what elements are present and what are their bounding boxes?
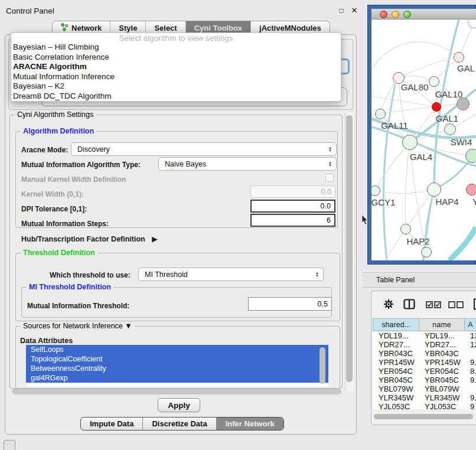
mi-threshold-group-title: MI Threshold Definition <box>27 283 113 291</box>
attribute-list-item[interactable]: TopologicalCoefficient <box>26 354 328 364</box>
table-cell[interactable] <box>464 384 476 393</box>
table-cell[interactable]: YBR045C <box>419 376 464 384</box>
threshold-definition-title: Threshold Definition <box>21 249 97 257</box>
table-cell[interactable] <box>464 349 476 358</box>
network-node-hap2[interactable] <box>400 224 411 234</box>
network-node-gal11[interactable] <box>375 109 386 119</box>
tab-impute-data[interactable]: Impute Data <box>81 418 143 430</box>
table-cell[interactable]: YDR27... <box>373 340 419 349</box>
algorithm-option[interactable]: Dream8 DC_TDC Algorithm <box>11 92 341 102</box>
table-hscroll-thumb[interactable] <box>374 414 473 419</box>
combo-arrows-icon: ▲▼ <box>328 158 332 170</box>
table-panel-toolbar <box>371 298 476 312</box>
column-header-clipped[interactable]: A <box>464 318 476 331</box>
table-cell[interactable]: YJL053C <box>373 402 419 409</box>
table-cell[interactable]: YLR345W <box>373 393 419 402</box>
table-cell[interactable]: YBL079W <box>373 384 419 393</box>
table-row[interactable]: YPR145WYPR145W9. <box>373 358 476 367</box>
network-node[interactable] <box>465 149 476 163</box>
table-cell[interactable]: YPR145W <box>373 358 419 367</box>
algorithm-definition-title: Algorithm Definition <box>21 127 96 135</box>
zoom-window-icon[interactable] <box>403 11 411 18</box>
table-row[interactable]: YER054CYER054C8. <box>373 367 476 376</box>
column-header-name[interactable]: name <box>419 318 464 331</box>
table-cell[interactable]: 9. <box>464 393 476 402</box>
close-panel-icon[interactable]: ✕ <box>350 6 359 15</box>
table-cell[interactable]: 12 <box>464 340 476 349</box>
table-cell[interactable]: YDL19... <box>419 331 464 340</box>
network-node-gal[interactable] <box>454 52 464 63</box>
gear-icon[interactable] <box>383 299 394 312</box>
table-cell[interactable]: YJL053C <box>419 402 464 409</box>
network-node[interactable] <box>421 247 432 257</box>
node-label: GAL4 <box>410 152 432 162</box>
table-cell[interactable]: YER054C <box>419 367 464 376</box>
mi-steps-field[interactable]: 6 <box>250 214 335 227</box>
mi-type-combo[interactable]: Naive Bayes ▲▼ <box>158 157 337 171</box>
algorithm-option[interactable]: ARACNE Algorithm <box>11 62 341 72</box>
network-node-gal10[interactable] <box>429 76 439 87</box>
table-row[interactable]: YBR043CYBR043C <box>373 349 476 358</box>
settings-hscroll-thumb[interactable] <box>12 389 341 394</box>
network-node[interactable] <box>457 97 470 110</box>
dpi-tolerance-field[interactable]: 0.0 <box>250 200 335 213</box>
table-row[interactable]: YJL053CYJL053C9 <box>373 402 476 409</box>
network-node-gal4[interactable] <box>402 135 418 150</box>
table-cell[interactable]: 9 <box>464 402 476 409</box>
table-cell[interactable]: YER054C <box>373 367 419 376</box>
attribute-list-item[interactable]: gal4RGexp <box>26 373 328 383</box>
collapsed-panel-button[interactable] <box>4 440 15 450</box>
apply-button[interactable]: Apply <box>158 398 200 412</box>
table-cell[interactable]: YBR045C <box>373 376 419 384</box>
aracne-mode-combo[interactable]: Discovery ▲▼ <box>71 142 337 156</box>
network-node-y[interactable] <box>466 184 476 195</box>
algorithm-option[interactable]: Basic Correlation Inference <box>11 53 341 63</box>
close-window-icon[interactable] <box>380 11 387 18</box>
float-panel-icon[interactable]: □ <box>337 6 346 15</box>
control-panel-title: Control Panel <box>6 6 54 15</box>
select-all-checks-icon[interactable] <box>426 300 441 311</box>
table-cell[interactable]: 9. <box>464 376 476 384</box>
table-cell[interactable]: YDL19... <box>373 331 419 340</box>
algorithm-option[interactable]: Bayesian – Hill Climbing <box>11 43 341 53</box>
deselect-all-icon[interactable] <box>448 300 464 311</box>
columns-icon[interactable] <box>403 299 415 312</box>
network-node-swi4[interactable] <box>444 123 456 135</box>
table-cell[interactable]: YPR145W <box>419 358 464 367</box>
table-cell[interactable]: YDR27... <box>419 340 464 349</box>
table-row[interactable]: YDL19...YDL19...13 <box>373 331 476 340</box>
attribute-list-item[interactable]: SelfLoops <box>26 345 328 354</box>
kernel-width-field[interactable]: 0.0 <box>250 185 335 198</box>
which-threshold-combo[interactable]: MI Threshold ▲▼ <box>138 268 324 281</box>
table-row[interactable]: YBR045CYBR045C9. <box>373 376 476 384</box>
table-cell[interactable]: YBL079W <box>419 384 464 393</box>
network-node-hap4[interactable] <box>427 182 441 197</box>
hub-definition-toggle[interactable]: Hub/Transcription Factor Definition ▶ <box>21 234 158 243</box>
minimize-window-icon[interactable] <box>392 11 399 18</box>
tab-discretize-data[interactable]: Discretize Data <box>143 418 216 430</box>
manual-kernel-checkbox[interactable] <box>325 174 334 182</box>
mi-threshold-field[interactable]: 0.5 <box>248 297 332 311</box>
table-cell[interactable]: 9. <box>464 358 476 367</box>
table-cell[interactable]: YBR043C <box>419 349 464 358</box>
algorithm-option[interactable]: Bayesian – K2 <box>11 81 341 92</box>
network-canvas[interactable]: GALGAL80GAL10GAL1GAL11SWI4GAL4GCY1HAP4YH… <box>371 19 476 260</box>
new-table-icon[interactable] <box>473 298 476 312</box>
table-cell[interactable]: YLR345W <box>419 393 464 402</box>
table-row[interactable]: YDR27...YDR27...12 <box>373 340 476 349</box>
list-scrollbar[interactable] <box>319 347 325 384</box>
network-window-titlebar[interactable] <box>371 9 476 19</box>
algorithm-option[interactable]: Mutual Information Inference <box>11 72 341 82</box>
aracne-mode-label: Aracne Mode: <box>21 146 68 154</box>
tab-infer-network[interactable]: Infer Network <box>217 418 283 430</box>
table-cell[interactable]: YBR043C <box>373 349 419 358</box>
network-node-gal1[interactable] <box>432 102 441 112</box>
column-header-shared-name[interactable]: shared... <box>373 318 419 331</box>
table-row[interactable]: YLR345WYLR345W9. <box>373 393 476 402</box>
table-cell[interactable]: 13 <box>464 331 476 340</box>
attribute-list-item[interactable]: BetweennessCentrality <box>26 364 328 373</box>
table-cell[interactable]: 8. <box>464 367 476 376</box>
table-row[interactable]: YBL079WYBL079W <box>373 384 476 393</box>
sources-group-title[interactable]: Sources for Network Inference ▼ <box>21 322 135 330</box>
settings-vscroll-thumb[interactable] <box>346 115 353 382</box>
